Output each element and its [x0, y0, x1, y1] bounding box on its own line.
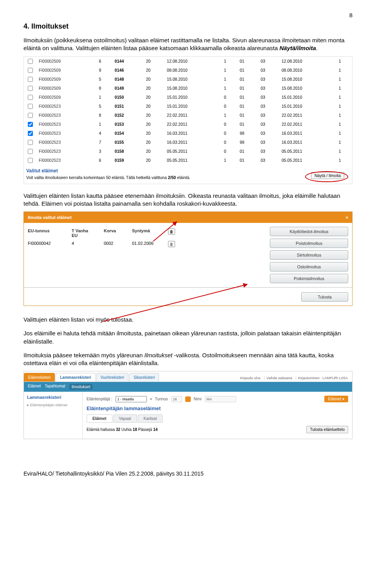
- page-number: 8: [24, 12, 352, 18]
- change-password-link[interactable]: Vaihda salasana: [264, 376, 294, 380]
- show-report-button[interactable]: Näytä / Ilmoita: [311, 172, 344, 179]
- row-checkbox[interactable]: [28, 95, 33, 100]
- cell-c10: 08.08.2010: [279, 66, 336, 75]
- subnav-ilmoitukset[interactable]: Ilmoitukset: [69, 384, 93, 390]
- row-checkbox[interactable]: [28, 158, 33, 163]
- cell-c8: 01: [237, 84, 258, 93]
- subnav-elaimet[interactable]: Eläimet: [28, 384, 41, 390]
- table-row: FI00002523101532022.02.20110010322.02.20…: [24, 120, 352, 129]
- cell-c6: 08.08.2010: [164, 66, 222, 75]
- counts-b: 32: [116, 427, 120, 432]
- tunnus-input[interactable]: [171, 396, 182, 402]
- row-checkbox[interactable]: [28, 113, 33, 118]
- action-button[interactable]: Siirtoilmoitus: [270, 250, 348, 260]
- top-links: Kirjaudu ulos Vaihda salasana Kirjautumi…: [236, 375, 352, 382]
- row-checkbox[interactable]: [28, 122, 33, 127]
- cell-c9: 03: [258, 57, 279, 66]
- cell-c8: 98: [237, 129, 258, 138]
- cell-c4: 0155: [112, 138, 144, 147]
- sidebar-item-animals[interactable]: ▸ Eläintenpitäjän eläimet: [27, 402, 79, 408]
- row-korva: 0002: [104, 241, 123, 247]
- subtab-karitsat[interactable]: Karitsat: [138, 414, 163, 423]
- dropdown-icon[interactable]: ▾: [150, 397, 152, 401]
- dialog-close-button[interactable]: ×: [346, 215, 348, 220]
- cell-c9: 03: [258, 120, 279, 129]
- print-list-button[interactable]: Tulosta eläinluettelo: [306, 426, 348, 433]
- cell-fi: FI00002509: [36, 57, 97, 66]
- cell-c3: 1: [97, 93, 112, 102]
- cell-c10: 15.08.2010: [279, 75, 336, 84]
- dialog-title-bar: Ilmoita valitut eläimet ×: [24, 212, 352, 223]
- cell-fi: FI00002509: [36, 75, 97, 84]
- cell-c11: 1: [336, 111, 352, 120]
- cell-fi: FI00002523: [36, 111, 97, 120]
- elaimet-button[interactable]: Eläimet ▾: [324, 396, 348, 402]
- cell-c5: 20: [144, 147, 164, 156]
- cell-c3: 6: [97, 57, 112, 66]
- row-checkbox[interactable]: [28, 86, 33, 91]
- cell-c3: 6: [97, 156, 112, 165]
- cell-c11: 1: [336, 75, 352, 84]
- cell-c10: 16.03.2011: [279, 129, 336, 138]
- row-checkbox[interactable]: [28, 131, 33, 136]
- subtab-elaimet[interactable]: Eläimet: [87, 414, 112, 423]
- action-button[interactable]: Poistoilmoitus: [270, 239, 348, 248]
- col-synt-header: Syntymä: [132, 228, 159, 238]
- cell-c5: 20: [144, 156, 164, 165]
- row-checkbox[interactable]: [28, 149, 33, 154]
- cell-c7: 1: [222, 111, 237, 120]
- cell-c10: 16.03.2011: [279, 138, 336, 147]
- subtab-vapaat[interactable]: Vapaat: [113, 414, 137, 423]
- row-checkbox[interactable]: [28, 59, 33, 64]
- logout-link[interactable]: Kirjaudu ulos: [238, 376, 262, 380]
- print-button[interactable]: Tulosta: [301, 292, 348, 302]
- action-button[interactable]: Ostoilmoitus: [270, 262, 348, 271]
- cell-c7: 1: [222, 75, 237, 84]
- tab-elainrekisteri[interactable]: Eläinrekisteri: [24, 373, 55, 382]
- tab-lammasrekisteri[interactable]: Lammasrekisteri: [56, 373, 96, 382]
- cell-c8: 01: [237, 66, 258, 75]
- dialog-title: Ilmoita valitut eläimet: [28, 215, 72, 220]
- row-checkbox[interactable]: [28, 77, 33, 82]
- cell-c3: 8: [97, 84, 112, 93]
- row-tv: 4: [72, 241, 95, 247]
- tab-vuohirekisteri[interactable]: Vuohirekisteri: [96, 373, 128, 382]
- subnav-tapahtumat[interactable]: Tapahtumat: [45, 384, 65, 390]
- counts-a: Eläimiä hallussa: [87, 427, 116, 432]
- cell-c9: 03: [258, 66, 279, 75]
- cell-c6: 15.08.2010: [164, 84, 222, 93]
- cell-c3: 1: [97, 120, 112, 129]
- cell-c7: 1: [222, 57, 237, 66]
- cell-c7: 0: [222, 138, 237, 147]
- cell-c8: 01: [237, 120, 258, 129]
- delete-row-button[interactable]: 🗑: [168, 241, 175, 247]
- cell-c3: 4: [97, 129, 112, 138]
- row-synt: 01.02.2006: [132, 241, 159, 247]
- cell-c8: 01: [237, 102, 258, 111]
- keeper-select[interactable]: [116, 396, 147, 402]
- tab-sikarekisteri[interactable]: Sikarekisteri: [129, 373, 159, 382]
- search-icon[interactable]: [185, 396, 191, 402]
- table-row: FI00002523701552016.03.20110980316.03.20…: [24, 138, 352, 147]
- cell-c7: 0: [222, 120, 237, 129]
- action-button[interactable]: Poikimisilmoitus: [270, 274, 348, 283]
- login-info: Kirjautuminen : LAMPURI LIISA: [296, 376, 350, 380]
- panel-title: Eläintenpitäjän lammaseläimet: [87, 404, 348, 413]
- cell-c11: 1: [336, 93, 352, 102]
- row-checkbox[interactable]: [28, 140, 33, 145]
- table-row: FI00002509501482015.08.20101010315.08.20…: [24, 75, 352, 84]
- paragraph-3: Valittujen eläinten listan voi myös tulo…: [24, 316, 352, 324]
- row-checkbox[interactable]: [28, 68, 33, 73]
- nimi-input[interactable]: [205, 396, 236, 402]
- cell-fi: FI00002523: [36, 147, 97, 156]
- trash-column-icon: 🗑: [168, 228, 175, 235]
- cell-c5: 20: [144, 75, 164, 84]
- col-eu-header: EU-tunnus: [28, 228, 63, 238]
- counts-e: Pässejä: [137, 427, 153, 432]
- action-button[interactable]: Käyttötiedot-ilmoitus: [270, 227, 348, 236]
- row-checkbox[interactable]: [28, 104, 33, 109]
- intro-text-c: .: [316, 45, 318, 51]
- cell-c5: 20: [144, 111, 164, 120]
- sidebar-item-label: Eläintenpitäjän eläimet: [30, 403, 68, 407]
- cell-c9: 03: [258, 93, 279, 102]
